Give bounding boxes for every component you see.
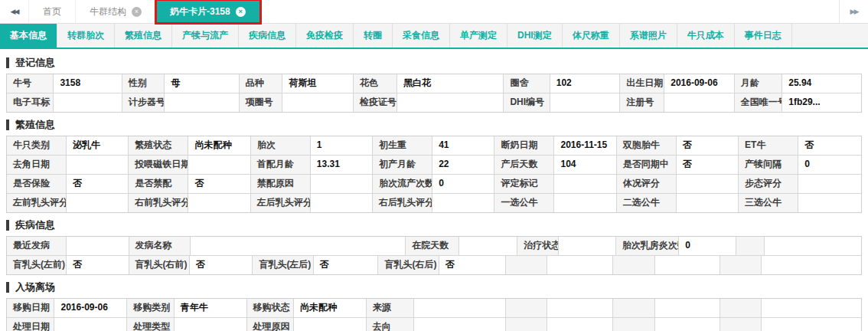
info-table: 牛号3158性别母品种荷斯坦花色黑白花圈舍102出生日期2016-09-06月龄…	[6, 74, 862, 113]
table-row: 电子耳标计步器号项圈号检疫证号DHI编号注册号全国唯一号1fb29...	[7, 93, 861, 112]
field-label	[506, 256, 548, 274]
field-label: 月龄	[735, 74, 782, 93]
field-label: ET牛	[739, 136, 798, 155]
top-tab[interactable]: 牛群结构×	[76, 0, 156, 23]
field-label	[736, 237, 765, 255]
field-value: 104	[554, 156, 616, 174]
subtab[interactable]: 产犊与流产	[172, 24, 239, 48]
field-label	[613, 256, 655, 274]
table-row: 移购日期2016-09-06移购类别青年牛移购状态尚未配种来源	[7, 299, 861, 317]
field-label	[506, 299, 548, 317]
field-value: 母	[165, 74, 239, 93]
field-label: 检疫证号	[354, 93, 397, 112]
section-title-marker	[6, 282, 9, 293]
field-label: 产后天数	[494, 156, 554, 174]
table-row: 最近发病发病名称在院天数治疗状态胎次乳房炎次数0	[7, 237, 861, 255]
field-value: 2016-09-06	[54, 299, 127, 317]
table-row: 左前乳头评分右前乳头评分左后乳头评分右后乳头评分一选公牛二选公牛三选公牛	[7, 193, 861, 212]
subtab[interactable]: 转群胎次	[57, 24, 115, 48]
field-value	[67, 237, 129, 255]
section-title-text: 繁殖信息	[15, 118, 55, 132]
field-label: 二选公牛	[617, 194, 677, 212]
field-value: 1	[311, 136, 373, 155]
field-value: 泌乳牛	[67, 136, 129, 155]
top-tab-label: 奶牛卡片-3158	[170, 5, 230, 18]
field-value: 否	[677, 156, 739, 174]
field-label: 断奶日期	[494, 136, 554, 155]
subtab[interactable]: 牛只成本	[677, 24, 735, 48]
field-label: 是否禁配	[129, 175, 188, 193]
field-value	[188, 156, 250, 174]
field-value	[459, 237, 517, 255]
info-table: 最近发病发病名称在院天数治疗状态胎次乳房炎次数0盲乳头(左前)否盲乳头(右前)否…	[6, 236, 862, 275]
field-value	[175, 318, 247, 331]
field-label: 性别	[122, 74, 165, 93]
field-value: 13.31	[311, 156, 373, 174]
section-title-marker	[6, 120, 9, 130]
field-value	[165, 93, 239, 112]
field-label: 初生重	[373, 136, 432, 155]
section: 登记信息牛号3158性别母品种荷斯坦花色黑白花圈舍102出生日期2016-09-…	[6, 57, 862, 113]
field-value	[559, 237, 616, 255]
field-label: 盲乳头(右后)	[378, 256, 439, 274]
field-label: 牛只类别	[7, 136, 67, 155]
field-value: 否	[190, 256, 253, 274]
field-value: 否	[314, 256, 379, 274]
field-label: 胎次	[251, 136, 311, 155]
subtab[interactable]: DHI测定	[507, 24, 563, 48]
field-value: 41	[432, 136, 494, 155]
subtab[interactable]: 体尺称重	[563, 24, 620, 48]
subtab[interactable]: 免疫检疫	[296, 24, 354, 48]
table-row: 牛号3158性别母品种荷斯坦花色黑白花圈舍102出生日期2016-09-06月龄…	[7, 74, 861, 93]
field-label: 处理日期	[7, 318, 54, 331]
table-row: 去角日期投喂磁铁日期首配月龄13.31初产月龄22产后天数104是否同期中否产犊…	[7, 155, 861, 174]
field-label: 去向	[367, 318, 414, 331]
field-value: 尚未配种	[294, 299, 367, 317]
field-label: 发病名称	[129, 237, 191, 255]
field-value: 黑白花	[397, 74, 504, 93]
field-value	[67, 156, 129, 174]
subtab[interactable]: 事件日志	[735, 24, 792, 48]
table-row: 牛只类别泌乳牛繁殖状态尚未配种胎次1初生重41断奶日期2016-11-15双胞胎…	[7, 136, 861, 155]
field-value: 否	[798, 136, 860, 155]
window-tab-bar: ◀◀ 首页牛群结构×奶牛卡片-3158× ▶▶	[0, 0, 868, 24]
subtab[interactable]: 疾病信息	[239, 24, 296, 48]
field-label: 禁配原因	[251, 175, 311, 193]
field-label: 胎次乳房炎次数	[616, 237, 680, 255]
subtab[interactable]: 基本信息	[0, 24, 57, 48]
collapse-tabs-icon[interactable]: ◀◀	[0, 0, 29, 23]
field-label: 繁殖状态	[129, 136, 188, 155]
section-title-marker	[6, 220, 9, 231]
field-value: 22	[432, 156, 494, 174]
section: 入场离场移购日期2016-09-06移购类别青年牛移购状态尚未配种来源处理日期处…	[6, 281, 862, 331]
subtab[interactable]: 单产测定	[450, 24, 507, 48]
field-label: 双胞胎牛	[617, 136, 677, 155]
subtab[interactable]: 系谱照片	[620, 24, 677, 48]
field-value: 否	[188, 175, 250, 193]
subtab[interactable]: 繁殖信息	[115, 24, 172, 48]
section-title: 繁殖信息	[6, 119, 862, 131]
field-value: 青年牛	[175, 299, 247, 317]
top-tab[interactable]: 奶牛卡片-3158×	[156, 0, 260, 23]
field-label: 初产月龄	[373, 156, 432, 174]
field-value	[655, 318, 720, 331]
field-value: 0	[432, 175, 494, 193]
field-value	[432, 194, 494, 212]
field-label: 移购日期	[7, 299, 54, 317]
field-value: 0	[798, 156, 860, 174]
top-tab[interactable]: 首页	[29, 0, 76, 23]
field-label: 三选公牛	[739, 194, 798, 212]
close-icon[interactable]: ×	[132, 7, 142, 17]
field-label: 计步器号	[122, 93, 165, 112]
field-label: 是否保险	[7, 175, 67, 193]
field-value	[798, 194, 860, 212]
expand-tabs-icon[interactable]: ▶▶	[839, 0, 868, 23]
field-label: 评定标记	[494, 175, 554, 193]
section-title: 入场离场	[6, 281, 862, 293]
field-value	[554, 194, 616, 212]
subtab[interactable]: 采食信息	[393, 24, 450, 48]
close-icon[interactable]: ×	[236, 7, 246, 17]
subtab[interactable]: 转圈	[354, 24, 393, 48]
field-value	[188, 194, 250, 212]
table-row: 是否保险否是否禁配否禁配原因胎次流产次数0评定标记体况评分步态评分	[7, 174, 861, 193]
